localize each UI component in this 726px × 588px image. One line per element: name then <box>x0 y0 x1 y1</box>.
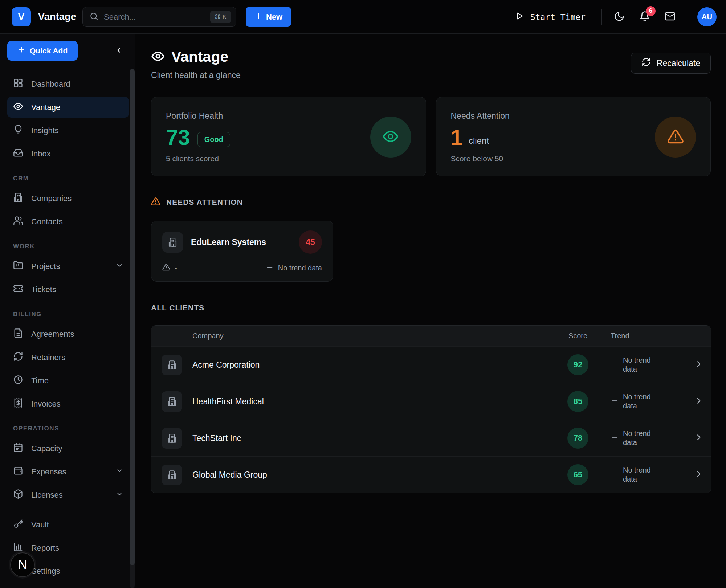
attention-client-card[interactable]: EduLearn Systems 45 - No trend data <box>151 221 333 282</box>
table-row-healthfirst[interactable]: HealthFirst Medical 85 No trend data <box>151 383 711 420</box>
sidebar-item-retainers[interactable]: Retainers <box>7 347 129 368</box>
start-timer-button[interactable]: Start Timer <box>515 11 586 23</box>
column-trend: Trend <box>611 332 683 340</box>
minus-icon <box>611 470 619 480</box>
sidebar-collapse-button[interactable] <box>111 44 126 58</box>
notifications-button[interactable]: 6 <box>637 9 653 25</box>
brand-name: Vantage <box>38 11 76 23</box>
sidebar-item-expenses[interactable]: Expenses <box>7 461 129 482</box>
theme-toggle-button[interactable] <box>611 9 627 25</box>
sidebar-item-contacts[interactable]: Contacts <box>7 211 129 232</box>
page-header: Vantage Client health at a glance Recalc… <box>151 48 711 80</box>
sidebar-item-vault[interactable]: Vault <box>7 514 129 535</box>
divider <box>601 9 602 25</box>
notification-count-badge: 6 <box>646 6 656 16</box>
alert-triangle-icon <box>667 128 684 146</box>
messages-button[interactable] <box>662 9 678 25</box>
trend-text: No trend data <box>623 392 659 411</box>
sidebar-item-label: Dashboard <box>31 79 123 89</box>
minus-icon <box>611 433 619 443</box>
sidebar-item-vantage[interactable]: Vantage <box>7 97 129 118</box>
global-search[interactable]: ⌘ K <box>82 7 236 27</box>
attention-icon-circle <box>655 117 696 158</box>
quick-add-label: Quick Add <box>30 46 68 55</box>
card-title: Needs Attention <box>451 111 696 121</box>
client-score-badge: 85 <box>567 391 588 412</box>
receipt-icon <box>13 398 23 410</box>
sidebar-group-gap <box>7 508 129 514</box>
minus-icon <box>611 360 619 370</box>
sidebar-item-inbox[interactable]: Inbox <box>7 143 129 164</box>
needs-attention-card: Needs Attention 1 client Score below 50 <box>436 97 711 176</box>
users-icon <box>13 216 23 228</box>
sidebar-item-tickets[interactable]: Tickets <box>7 279 129 300</box>
sidebar-item-label: Inbox <box>31 149 123 159</box>
sidebar-item-invoices[interactable]: Invoices <box>7 393 129 414</box>
lightbulb-icon <box>13 124 23 137</box>
wallet-icon <box>13 466 23 478</box>
sidebar-item-agreements[interactable]: Agreements <box>7 324 129 344</box>
user-avatar[interactable]: AU <box>697 7 717 26</box>
table-row-techstart[interactable]: TechStart Inc 78 No trend data <box>151 420 711 456</box>
page-subtitle: Client health at a glance <box>151 70 241 80</box>
sidebar-item-insights[interactable]: Insights <box>7 120 129 141</box>
plus-icon <box>254 12 262 22</box>
folder-icon <box>13 260 23 273</box>
sidebar-item-label: Expenses <box>31 467 108 477</box>
quick-add-button[interactable]: Quick Add <box>7 41 78 61</box>
sidebar-item-label: Tickets <box>31 285 123 294</box>
sidebar-item-capacity[interactable]: Capacity <box>7 438 129 459</box>
mail-icon <box>665 11 676 23</box>
dashboard-icon <box>13 78 23 90</box>
sidebar-item-licenses[interactable]: Licenses <box>7 485 129 505</box>
recalculate-label: Recalculate <box>657 58 700 68</box>
sidebar-item-companies[interactable]: Companies <box>7 188 129 209</box>
search-input[interactable] <box>104 12 210 22</box>
attention-unit: client <box>469 136 489 146</box>
column-company: Company <box>192 332 545 340</box>
minus-icon <box>611 397 619 407</box>
page-title: Vantage <box>151 48 241 65</box>
building-icon <box>162 391 182 412</box>
chevron-down-icon <box>116 467 123 477</box>
recalculate-button[interactable]: Recalculate <box>631 53 711 74</box>
top-bar-actions: Start Timer 6 AU <box>515 0 717 34</box>
app-logo: V <box>12 7 31 26</box>
sidebar-item-label: Vault <box>31 520 123 530</box>
ticket-icon <box>13 283 23 296</box>
all-clients-section-header: ALL CLIENTS <box>151 303 711 312</box>
client-name: Acme Corporation <box>192 360 545 370</box>
sidebar-item-label: Retainers <box>31 353 123 362</box>
sidebar-item-label: Insights <box>31 126 123 135</box>
needs-attention-section-header: NEEDS ATTENTION <box>151 197 711 208</box>
client-score-badge: 45 <box>299 230 322 254</box>
sidebar-item-label: Agreements <box>31 330 123 339</box>
sidebar-item-label: Reports <box>31 543 123 553</box>
sidebar-item-time[interactable]: Time <box>7 370 129 391</box>
sidebar-section-billing: BILLING <box>13 311 129 318</box>
new-button[interactable]: New <box>246 7 291 27</box>
portfolio-icon-circle <box>370 117 411 158</box>
play-icon <box>515 11 525 23</box>
table-row-globalmedia[interactable]: Global Media Group 65 No trend data <box>151 456 711 493</box>
column-score: Score <box>545 332 611 340</box>
sidebar-item-label: Settings <box>31 567 123 576</box>
sidebar-item-dashboard[interactable]: Dashboard <box>7 74 129 94</box>
building-icon <box>162 428 182 449</box>
client-name: HealthFirst Medical <box>192 397 545 407</box>
table-row-acme[interactable]: Acme Corporation 92 No trend data <box>151 346 711 383</box>
risk-value: - <box>175 264 177 272</box>
building-icon <box>13 192 23 205</box>
sidebar-scrollbar-thumb[interactable] <box>130 69 135 565</box>
sidebar-item-projects[interactable]: Projects <box>7 256 129 277</box>
eye-icon <box>151 49 165 65</box>
start-timer-label: Start Timer <box>530 12 586 22</box>
building-icon <box>162 355 182 375</box>
building-icon <box>162 232 183 253</box>
plus-icon <box>17 46 25 56</box>
sidebar-nav: Dashboard Vantage Insights Inbox CRM Com… <box>0 68 135 581</box>
search-shortcut-badge: ⌘ K <box>210 11 231 23</box>
dev-indicator-badge[interactable]: N <box>10 552 35 577</box>
sidebar-item-label: Time <box>31 376 123 385</box>
chevron-down-icon <box>116 490 123 500</box>
